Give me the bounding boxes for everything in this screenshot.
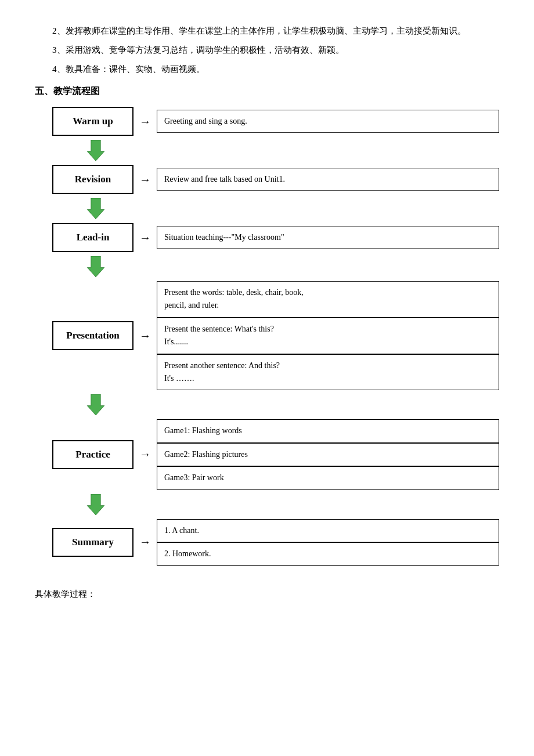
flow-row-practice: Practice→Game1: Flashing wordsGame2: Fla… <box>52 419 499 489</box>
svg-marker-0 <box>87 140 104 161</box>
detail-box-presentation-0: Present the words: table, desk, chair, b… <box>157 281 499 318</box>
detail-box-summary-1: 2. Homework. <box>157 542 499 566</box>
detail-box-practice-2: Game3: Pair work <box>157 466 499 489</box>
svg-marker-1 <box>87 198 104 219</box>
down-arrow-practice <box>52 494 499 516</box>
down-arrow-lead-in <box>52 255 499 278</box>
flow-row-revision: Revision→Review and free talk based on U… <box>52 165 499 194</box>
detail-box-summary-0: 1. A chant. <box>157 519 499 542</box>
paragraph-1: 2、发挥教师在课堂的主导作用、学生在课堂上的主体作用，让学生积极动脑、主动学习，… <box>35 23 499 39</box>
detail-box-presentation-1: Present the sentence: What's this? It's.… <box>157 318 499 354</box>
flow-chart: Warm up→Greeting and sing a song. Revisi… <box>52 107 499 566</box>
footer-text: 具体教学过程： <box>35 589 499 600</box>
arrow-right-practice: → <box>134 448 157 461</box>
arrow-right-revision: → <box>134 173 157 186</box>
flow-box-lead-in: Lead-in <box>52 223 134 252</box>
flow-row-presentation: Presentation→Present the words: table, d… <box>52 281 499 390</box>
paragraph-2: 3、采用游戏、竞争等方法复习总结，调动学生的积极性，活动有效、新颖。 <box>35 42 499 58</box>
arrow-right-warm-up: → <box>134 115 157 128</box>
detail-boxes-lead-in: Situation teaching---"My classroom" <box>157 226 499 249</box>
detail-box-presentation-2: Present another sentence: And this? It's… <box>157 354 499 391</box>
section-title: 五、教学流程图 <box>35 85 499 98</box>
down-arrow-presentation <box>52 394 499 416</box>
down-arrow-revision <box>52 197 499 219</box>
arrow-right-summary: → <box>134 535 157 549</box>
svg-marker-2 <box>87 256 104 277</box>
flow-row-warm-up: Warm up→Greeting and sing a song. <box>52 107 499 136</box>
detail-boxes-summary: 1. A chant.2. Homework. <box>157 519 499 566</box>
detail-boxes-practice: Game1: Flashing wordsGame2: Flashing pic… <box>157 419 499 489</box>
arrow-right-presentation: → <box>134 329 157 343</box>
detail-box-revision-0: Review and free talk based on Unit1. <box>157 168 499 191</box>
flow-row-lead-in: Lead-in→Situation teaching---"My classro… <box>52 223 499 252</box>
flow-box-summary: Summary <box>52 528 134 557</box>
down-arrow-warm-up <box>52 139 499 161</box>
detail-box-practice-1: Game2: Flashing pictures <box>157 443 499 466</box>
paragraph-3: 4、教具准备：课件、实物、动画视频。 <box>35 62 499 77</box>
flow-row-summary: Summary→1. A chant.2. Homework. <box>52 519 499 566</box>
arrow-right-lead-in: → <box>134 231 157 244</box>
flow-box-practice: Practice <box>52 440 134 469</box>
svg-marker-4 <box>87 494 104 515</box>
flow-box-warm-up: Warm up <box>52 107 134 136</box>
svg-marker-3 <box>87 394 104 415</box>
detail-boxes-warm-up: Greeting and sing a song. <box>157 110 499 133</box>
detail-box-warm-up-0: Greeting and sing a song. <box>157 110 499 133</box>
detail-box-lead-in-0: Situation teaching---"My classroom" <box>157 226 499 249</box>
detail-boxes-presentation: Present the words: table, desk, chair, b… <box>157 281 499 390</box>
detail-box-practice-0: Game1: Flashing words <box>157 419 499 442</box>
flow-box-presentation: Presentation <box>52 321 134 350</box>
detail-boxes-revision: Review and free talk based on Unit1. <box>157 168 499 191</box>
flow-box-revision: Revision <box>52 165 134 194</box>
